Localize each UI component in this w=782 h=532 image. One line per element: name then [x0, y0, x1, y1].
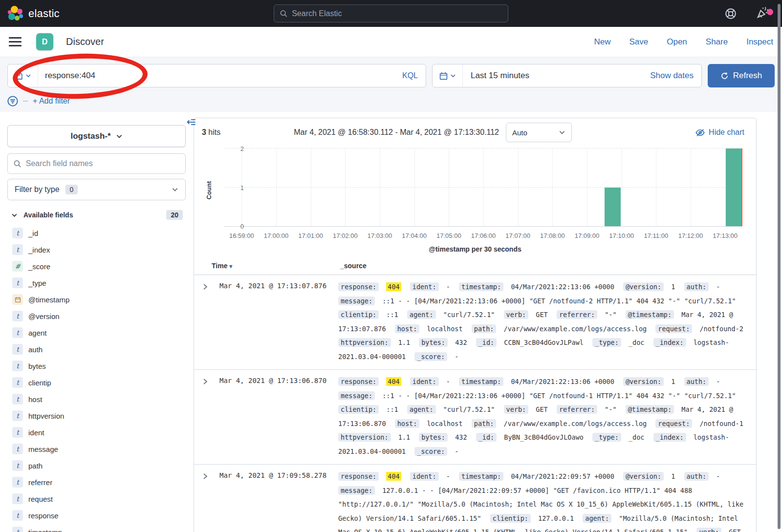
field-key-badge: httpversion:	[338, 433, 391, 442]
field-item-id[interactable]: t_id	[7, 225, 186, 241]
query-area: KQL Last 15 minutes Show dates	[0, 57, 782, 112]
y-gridline	[224, 148, 742, 149]
field-item-timestamp[interactable]: ttimestamp	[7, 524, 186, 532]
field-item-response[interactable]: tresponse	[7, 507, 186, 524]
interval-select[interactable]: Auto	[506, 123, 572, 142]
x-gridline	[414, 149, 415, 226]
global-search-input[interactable]	[292, 9, 502, 18]
field-name: response	[28, 511, 59, 520]
histogram-chart[interactable]: Count 012 @timestamp per 30 seconds 16:5…	[202, 145, 748, 253]
expand-row-button[interactable]	[202, 375, 212, 458]
field-item-host[interactable]: thost	[7, 391, 186, 407]
histogram-bar[interactable]	[726, 149, 742, 226]
available-fields-header[interactable]: Available fields 20	[7, 210, 186, 220]
field-key-badge: httpversion:	[338, 338, 391, 347]
table-header: Time ▾ _source	[194, 256, 756, 275]
field-value: ::1	[386, 405, 398, 413]
field-item-httpversion[interactable]: thttpversion	[7, 407, 186, 424]
new-button[interactable]: New	[594, 37, 610, 47]
field-value: localhost	[427, 420, 462, 427]
query-row: KQL Last 15 minutes Show dates	[7, 64, 775, 87]
field-search[interactable]	[7, 153, 186, 174]
share-button[interactable]: Share	[706, 37, 728, 47]
field-key-badge: clientip:	[490, 514, 531, 523]
field-key-badge: host:	[395, 419, 420, 428]
row-source: response: 404 ident: - timestamp: 04/Mar…	[338, 469, 748, 532]
field-value: CCBN_3cB04dGovJLPawl	[504, 339, 584, 346]
field-key-badge: message:	[338, 486, 375, 495]
field-item-auth[interactable]: tauth	[7, 341, 186, 358]
x-gridline	[380, 149, 380, 226]
field-key-badge: @version:	[623, 472, 664, 481]
column-time[interactable]: Time ▾	[212, 262, 340, 270]
field-item-timestamp[interactable]: @timestamp	[7, 291, 186, 308]
field-item-version[interactable]: t@version	[7, 308, 186, 324]
chevron-down-icon	[172, 186, 178, 193]
filter-divider	[23, 101, 28, 102]
expand-row-button[interactable]	[202, 280, 212, 363]
calendar-icon	[15, 297, 21, 303]
field-item-index[interactable]: t_index	[7, 241, 186, 258]
help-icon[interactable]	[724, 7, 737, 20]
x-gridline	[587, 149, 587, 226]
save-button[interactable]: Save	[629, 37, 648, 47]
field-key-badge: referrer:	[557, 405, 597, 414]
filter-by-type-label: Filter by type	[15, 185, 60, 194]
inspect-button[interactable]: Inspect	[746, 37, 773, 47]
document-row: Mar 4, 2021 @ 17:13:06.870response: 404 …	[194, 370, 756, 465]
plot-area[interactable]: 012	[224, 149, 742, 227]
field-item-type[interactable]: t_type	[7, 275, 186, 291]
field-item-clientip[interactable]: tclientip	[7, 374, 186, 391]
add-filter-button[interactable]: + Add filter	[33, 97, 70, 106]
field-value: ::1 - - [04/Mar/2021:22:13:06 +0000] "GE…	[382, 297, 736, 305]
field-key-badge: message:	[338, 391, 375, 400]
x-tick-label: 17:02:00	[333, 232, 358, 239]
show-dates-button[interactable]: Show dates	[650, 64, 701, 87]
news-feed-button[interactable]	[756, 6, 769, 21]
highlighted-value: 404	[386, 282, 401, 291]
query-input[interactable]	[45, 71, 394, 81]
field-item-agent[interactable]: tagent	[7, 324, 186, 341]
window-scrollbar[interactable]	[778, 4, 781, 529]
field-item-ident[interactable]: tident	[7, 424, 186, 441]
discover-app-icon[interactable]: D	[36, 33, 53, 50]
field-list: t_idt_index#_scoret_type@timestampt@vers…	[7, 225, 186, 532]
expand-row-button[interactable]	[202, 469, 212, 532]
refresh-button[interactable]: Refresh	[708, 64, 775, 87]
field-key-badge: _index:	[653, 433, 686, 442]
field-key-badge: agent:	[407, 310, 436, 319]
field-item-request[interactable]: trequest	[7, 490, 186, 507]
field-item-message[interactable]: tmessage	[7, 441, 186, 457]
saved-query-menu-button[interactable]	[8, 64, 38, 87]
date-quick-select-button[interactable]	[433, 64, 463, 87]
field-key-badge: ident:	[410, 377, 439, 386]
filter-by-type-dropdown[interactable]: Filter by type 0	[7, 179, 186, 200]
text-field-icon: t	[12, 327, 23, 338]
y-gridline	[224, 187, 742, 188]
field-value: -	[446, 472, 450, 480]
field-item-referrer[interactable]: treferrer	[7, 474, 186, 490]
field-item-path[interactable]: tpath	[7, 457, 186, 474]
field-search-input[interactable]	[26, 159, 179, 168]
x-gridline	[311, 149, 311, 226]
elastic-brand[interactable]: elastic	[8, 6, 60, 21]
text-field-icon: t	[12, 477, 23, 488]
field-item-score[interactable]: #_score	[7, 258, 186, 275]
histogram-bar[interactable]	[605, 188, 621, 227]
field-name: request	[28, 495, 53, 503]
field-key-badge: ident:	[410, 472, 439, 481]
open-button[interactable]: Open	[667, 37, 687, 47]
menu-icon[interactable]	[9, 37, 22, 46]
field-key-badge: _id:	[476, 433, 497, 442]
top-menu-actions: New Save Open Share Inspect	[594, 37, 773, 47]
time-range-value[interactable]: Last 15 minutes	[463, 64, 650, 87]
index-pattern-switcher[interactable]: logstash-*	[7, 125, 186, 147]
field-item-bytes[interactable]: tbytes	[7, 358, 186, 374]
field-key-badge: response:	[338, 377, 379, 386]
hide-chart-button[interactable]: Hide chart	[695, 128, 748, 137]
collapse-sidebar-icon[interactable]	[186, 117, 196, 127]
filter-icon[interactable]	[7, 96, 18, 106]
query-language-button[interactable]: KQL	[394, 64, 426, 87]
global-search[interactable]	[274, 4, 508, 22]
sort-desc-icon[interactable]: ▾	[229, 263, 232, 270]
